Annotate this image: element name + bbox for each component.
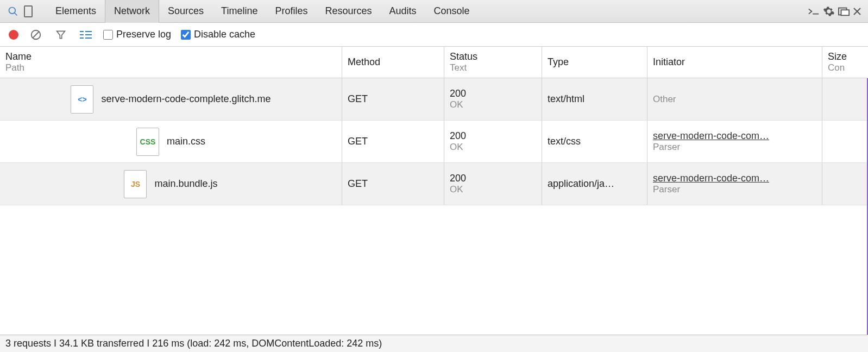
html-file-icon: <> <box>71 85 93 114</box>
col-header-size[interactable]: Size Con <box>822 47 868 78</box>
svg-rect-5 <box>841 10 850 15</box>
svg-point-0 <box>9 7 16 14</box>
disable-cache-label: Disable cache <box>194 29 255 40</box>
show-drawer-icon[interactable] <box>806 4 821 19</box>
table-row[interactable]: <> serve-modern-code-complete.glitch.me … <box>0 78 868 121</box>
tab-resources[interactable]: Resources <box>317 0 381 23</box>
filter-icon[interactable] <box>53 27 68 42</box>
svg-rect-12 <box>80 34 84 35</box>
disable-cache-checkbox[interactable]: Disable cache <box>181 29 255 40</box>
col-header-status[interactable]: Status Text <box>444 47 542 78</box>
request-size <box>822 163 868 205</box>
request-method: GET <box>342 163 444 205</box>
request-size <box>822 78 868 120</box>
device-toggle-icon[interactable] <box>21 4 36 19</box>
request-type: text/html <box>542 78 647 120</box>
tab-audits[interactable]: Audits <box>381 0 425 23</box>
status-summary: 3 requests I 34.1 KB transferred I 216 m… <box>5 338 382 349</box>
tab-console[interactable]: Console <box>425 0 479 23</box>
request-size <box>822 121 868 162</box>
svg-line-1 <box>15 12 17 15</box>
css-file-icon: CSS <box>136 128 159 156</box>
preserve-log-input[interactable] <box>103 30 113 40</box>
request-name: main.css <box>167 136 205 147</box>
svg-rect-11 <box>80 31 84 32</box>
network-toolbar: Preserve log Disable cache <box>0 23 868 47</box>
request-initiator: Other <box>647 78 822 120</box>
col-header-type[interactable]: Type <box>542 47 647 78</box>
tab-timeline[interactable]: Timeline <box>212 0 266 23</box>
request-initiator: serve-modern-code-com… Parser <box>647 121 822 162</box>
svg-marker-10 <box>57 31 65 38</box>
svg-rect-13 <box>80 37 84 39</box>
settings-gear-icon[interactable] <box>821 4 836 19</box>
request-initiator: serve-modern-code-com… Parser <box>647 163 822 205</box>
svg-line-9 <box>33 32 39 37</box>
dock-side-icon[interactable] <box>836 4 852 19</box>
network-table-header: Name Path Method Status Text Type Initia… <box>0 47 868 78</box>
request-method: GET <box>342 121 444 162</box>
tab-network[interactable]: Network <box>105 0 159 23</box>
table-row[interactable]: JS main.bundle.js GET 200 OK application… <box>0 163 868 205</box>
close-icon[interactable] <box>852 4 863 19</box>
svg-rect-15 <box>85 34 92 35</box>
record-button[interactable] <box>9 30 18 40</box>
clear-icon[interactable] <box>28 27 43 42</box>
svg-rect-14 <box>85 31 92 32</box>
tab-sources[interactable]: Sources <box>159 0 212 23</box>
js-file-icon: JS <box>124 170 147 198</box>
search-icon[interactable] <box>5 4 21 19</box>
request-status: 200 OK <box>444 163 542 205</box>
request-name: main.bundle.js <box>154 178 217 190</box>
preserve-log-checkbox[interactable]: Preserve log <box>103 29 171 40</box>
col-header-method[interactable]: Method <box>342 47 444 78</box>
request-status: 200 OK <box>444 78 542 120</box>
request-name: serve-modern-code-complete.glitch.me <box>101 93 271 105</box>
table-row[interactable]: CSS main.css GET 200 OK text/css serve-m… <box>0 121 868 163</box>
disable-cache-input[interactable] <box>181 30 191 40</box>
request-status: 200 OK <box>444 121 542 162</box>
request-type: text/css <box>542 121 647 162</box>
preserve-log-label: Preserve log <box>116 29 171 40</box>
col-header-name[interactable]: Name Path <box>0 47 342 78</box>
tab-profiles[interactable]: Profiles <box>266 0 316 23</box>
request-method: GET <box>342 78 444 120</box>
svg-rect-2 <box>24 6 32 17</box>
network-table-body: <> serve-modern-code-complete.glitch.me … <box>0 78 868 335</box>
overview-icon[interactable] <box>78 27 93 42</box>
network-status-bar: 3 requests I 34.1 KB transferred I 216 m… <box>0 335 868 352</box>
svg-rect-16 <box>85 37 92 39</box>
request-type: application/ja… <box>542 163 647 205</box>
col-header-initiator[interactable]: Initiator <box>647 47 822 78</box>
tab-elements[interactable]: Elements <box>47 0 105 23</box>
devtools-tabbar: Elements Network Sources Timeline Profil… <box>0 0 868 23</box>
